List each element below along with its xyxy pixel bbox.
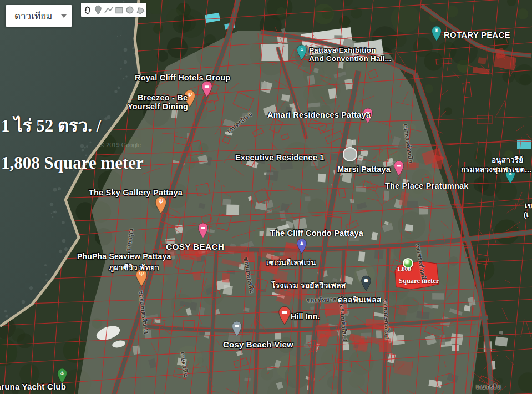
phupha-seaview-label[interactable]: ภูผาซีวิว พัทยา (109, 261, 159, 274)
monument-krom-luang-label[interactable]: กรมหลวงชุมพรเขต... (461, 163, 531, 175)
hand-icon (83, 5, 93, 15)
hotel-icon: ▬ (197, 223, 209, 232)
parcel-area-unit: Square meter (399, 277, 439, 285)
pan-tool-button[interactable] (82, 4, 93, 16)
hotel-icon: ▬ (200, 82, 214, 91)
breezeo-dining-label[interactable]: Breezeo - Be (138, 93, 188, 102)
dolphin-place-marker[interactable]: ● (360, 275, 372, 291)
pattaya-exhibition-hall-label[interactable]: Pattaya Exhibition (309, 46, 376, 54)
map-type-dropdown[interactable]: ดาวเทียม (6, 5, 72, 27)
dolphin-place-label[interactable]: ดอลฟินเพลส (338, 294, 382, 306)
circle-tool-button[interactable] (124, 4, 135, 16)
seven-eleven-label[interactable]: เซเว่นอีเลฟเว่น (266, 256, 316, 269)
castle-icon: ♜ (430, 26, 443, 35)
marsi-pattaya-marker[interactable]: ▬ (393, 160, 405, 176)
cosy-beach-view-label[interactable]: Cosy Beach View (223, 340, 293, 349)
hotel-icon: ▬ (277, 307, 292, 317)
circle-icon (125, 5, 135, 15)
lodging-icon: ♟ (296, 239, 308, 247)
hotel-pin-cosy-marker[interactable]: ▬ (197, 222, 209, 239)
marsi-pattaya-label[interactable]: Marsi Pattaya (337, 165, 391, 174)
hotel-icon: ▬ (231, 321, 243, 330)
the-place-pratumnak-label[interactable]: The Place Pratumnak (385, 181, 468, 190)
map-canvas[interactable]: ♜ROTARY PEACE⌂Pattaya ExhibitionAnd Conv… (0, 0, 532, 394)
polyline-tool-button[interactable] (103, 4, 114, 16)
breezeo-dining-label[interactable]: Yourself Dining (128, 102, 188, 111)
drawing-toolbar (81, 3, 146, 17)
executive-residence-1-label[interactable]: Executive Residence 1 (235, 153, 325, 162)
building-icon: ⌂ (296, 45, 308, 54)
pin-icon (94, 5, 103, 15)
sky-gallery-pattaya-marker[interactable]: Ψ (154, 195, 168, 214)
street-label: ซอยเกษตรสิน 1 (381, 299, 393, 340)
satellite-background (0, 0, 532, 394)
polyline-icon (104, 5, 114, 15)
hill-inn-marker[interactable]: ▬ (277, 305, 292, 325)
sky-gallery-pattaya-label[interactable]: The Sky Gallery Pattaya (89, 188, 183, 197)
cosy-beach-view-marker[interactable]: ▬ (231, 320, 243, 337)
boat-icon: ⚓ (56, 368, 68, 377)
street-label: เกษตรสิน (476, 382, 501, 392)
the-cliff-condo-marker[interactable]: ♟ (296, 238, 308, 254)
hotel-icon: ▬ (393, 161, 405, 170)
polygon-icon (135, 5, 145, 15)
hill-inn-label[interactable]: Hill Inn. (291, 312, 320, 321)
rotary-peace-label[interactable]: ROTARY PEACE (444, 30, 510, 39)
polygon-tool-button[interactable] (135, 4, 145, 16)
royal-view-place-hotel-label[interactable]: โรงแรม รอยัลวิวเพลส (271, 279, 346, 291)
area-annotation-metric: 1,808 Square meter (1, 153, 144, 173)
marker-tool-button[interactable] (93, 4, 103, 16)
map-type-value: ดาวเทียม (14, 8, 52, 23)
edge-label-fragment-2-label[interactable]: (เ (524, 209, 529, 220)
copyright-watermark: © 2019 Google (100, 142, 141, 148)
amari-residences-label[interactable]: Amari Residences Pattaya (267, 110, 371, 119)
phupha-seaview-label[interactable]: PhuPha Seaview Pattaya (77, 252, 171, 261)
place-icon: ● (360, 276, 372, 285)
area-annotation-thai: 1 ไร่ 52 ตรว. / (1, 112, 101, 139)
parcel-area-value: 1,808 (397, 265, 411, 272)
chevron-down-icon (61, 14, 67, 18)
royal-cliff-hotels-group-label[interactable]: Royal Cliff Hotels Group (135, 73, 230, 82)
place-spot-marker[interactable] (343, 147, 357, 161)
restaurant-icon: Ψ (154, 197, 168, 207)
hotel-pin-royal-cliff-marker[interactable]: ▬ (200, 80, 214, 98)
rectangle-tool-button[interactable] (114, 4, 124, 16)
rotary-peace-marker[interactable]: ♜ (430, 25, 443, 42)
the-cliff-condo-label[interactable]: The Cliff Condo Pattaya (270, 229, 363, 238)
pattaya-exhibition-hall-marker[interactable]: ⌂ (296, 44, 308, 60)
rectangle-icon (114, 5, 124, 15)
royal-varuna-yacht-club-label[interactable]: Royal Varuna Yacht Club (0, 382, 66, 391)
pattaya-exhibition-hall-label[interactable]: And Convention Hall... (309, 54, 391, 63)
cosy-beach-label[interactable]: COSY BEACH (166, 242, 224, 252)
